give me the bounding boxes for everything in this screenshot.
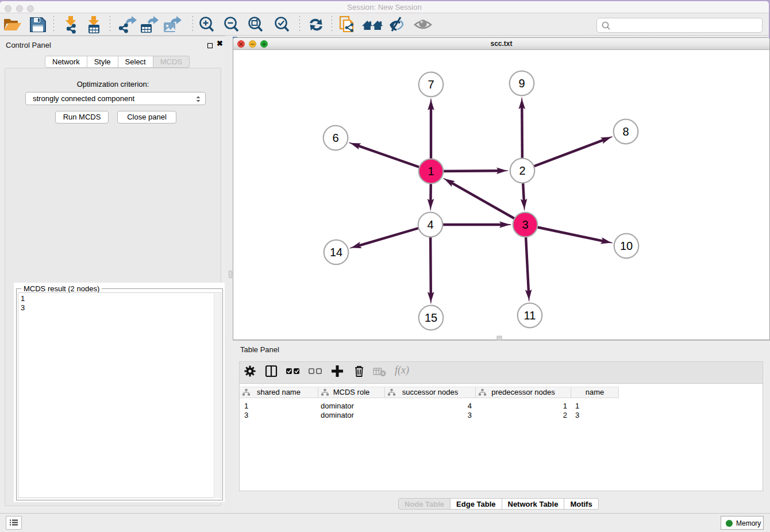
svg-text:15: 15 (425, 311, 437, 324)
svg-text:10: 10 (620, 240, 633, 252)
svg-text:9: 9 (518, 77, 525, 90)
svg-text:2: 2 (519, 164, 525, 177)
svg-text:6: 6 (332, 132, 338, 144)
svg-text:11: 11 (524, 309, 536, 322)
svg-text:1: 1 (428, 165, 434, 178)
svg-text:8: 8 (622, 125, 629, 138)
svg-text:3: 3 (522, 218, 528, 231)
svg-text:7: 7 (428, 78, 434, 91)
svg-text:4: 4 (427, 218, 433, 231)
svg-text:14: 14 (330, 246, 342, 259)
